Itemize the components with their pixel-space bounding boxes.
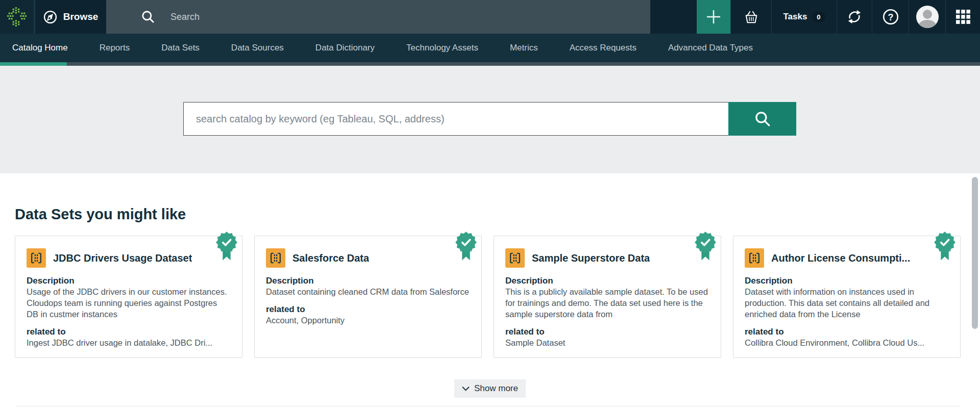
dataset-card-salesforce[interactable]: Salesforce Data Description Dataset cont…: [254, 236, 482, 358]
certified-badge-icon: [455, 231, 477, 263]
page-title: Data Sets you might like: [15, 206, 980, 223]
related-to-value: Sample Dataset: [505, 337, 709, 348]
certified-badge-icon: [694, 231, 717, 263]
help-button[interactable]: ?: [872, 0, 909, 34]
chevron-down-icon: [462, 386, 470, 391]
data-set-icon: [27, 248, 46, 268]
data-set-icon: [266, 248, 285, 268]
catalog-search-input[interactable]: [183, 102, 728, 136]
related-to-label: related to: [745, 327, 949, 337]
tasks-count-badge: 0: [812, 12, 825, 22]
browse-button[interactable]: Browse: [35, 0, 106, 34]
certified-badge-icon: [934, 231, 956, 263]
related-to-value: Collibra Cloud Environment, Collibra Clo…: [745, 337, 949, 348]
catalog-search-hero: [0, 66, 980, 173]
description-text: Dataset containing cleaned CRM data from…: [266, 286, 470, 297]
description-label: Description: [505, 276, 709, 286]
catalog-nav: Catalog Home Reports Data Sets Data Sour…: [0, 34, 980, 62]
related-to-label: related to: [505, 327, 709, 337]
description-text: Dataset with information on instances us…: [745, 286, 949, 320]
search-icon: [141, 10, 155, 24]
tab-advanced-data-types[interactable]: Advanced Data Types: [668, 43, 753, 53]
tab-data-sets[interactable]: Data Sets: [161, 43, 200, 53]
description-label: Description: [27, 276, 231, 286]
basket-icon: [744, 10, 759, 24]
certified-badge-icon: [215, 231, 238, 263]
dataset-card-superstore[interactable]: Sample Superstore Data Description This …: [494, 236, 721, 358]
tab-metrics[interactable]: Metrics: [510, 43, 538, 53]
plus-icon: [705, 8, 722, 25]
description-text: This is a publicly available sample data…: [505, 286, 709, 320]
data-set-icon: [745, 248, 764, 268]
card-title[interactable]: Sample Superstore Data: [532, 252, 650, 264]
dataset-card-jdbc[interactable]: JDBC Drivers Usage Dataset Description U…: [15, 236, 242, 358]
related-to-value: Ingest JDBC driver usage in datalake, JD…: [27, 337, 231, 348]
topbar-spacer: [650, 0, 697, 34]
nav-bottom-strip: [0, 62, 980, 66]
related-to-label: related to: [27, 327, 231, 337]
data-basket-button[interactable]: [730, 0, 771, 34]
tasks-button[interactable]: Tasks 0: [771, 0, 837, 34]
active-tab-underline: [0, 62, 67, 66]
add-button[interactable]: [697, 0, 730, 34]
dataset-card-author-license[interactable]: Author License Consumpti... Description …: [733, 236, 961, 358]
compass-icon: [43, 10, 57, 24]
catalog-search-button[interactable]: [728, 102, 796, 136]
tasks-label: Tasks: [783, 12, 807, 22]
global-search-input[interactable]: [170, 12, 477, 22]
tab-catalog-home[interactable]: Catalog Home: [12, 43, 68, 53]
description-label: Description: [745, 276, 949, 286]
user-menu-button[interactable]: [909, 0, 945, 34]
search-icon: [754, 110, 771, 127]
sync-icon: [846, 9, 863, 25]
tab-data-sources[interactable]: Data Sources: [231, 43, 284, 53]
tab-technology-assets[interactable]: Technology Assets: [406, 43, 478, 53]
section-divider: [15, 406, 961, 406]
help-icon: ?: [881, 8, 900, 26]
vertical-scrollbar[interactable]: [972, 177, 978, 329]
global-search-bar[interactable]: [106, 0, 650, 34]
description-label: Description: [266, 276, 470, 286]
dataset-cards-row: JDBC Drivers Usage Dataset Description U…: [15, 236, 965, 358]
app-switcher-button[interactable]: [945, 0, 980, 34]
collibra-logo-icon: [6, 6, 28, 28]
grid-icon: [955, 9, 971, 25]
related-to-value: Account, Opportunity: [266, 315, 470, 326]
collibra-logo[interactable]: [0, 0, 35, 34]
tab-reports[interactable]: Reports: [100, 43, 130, 53]
show-more-button[interactable]: Show more: [454, 379, 526, 398]
card-title[interactable]: JDBC Drivers Usage Dataset: [53, 252, 192, 264]
tab-data-dictionary[interactable]: Data Dictionary: [315, 43, 375, 53]
card-title[interactable]: Author License Consumpti...: [771, 252, 910, 264]
svg-text:?: ?: [888, 12, 893, 22]
description-text: Usage of the JDBC drivers in our custome…: [27, 286, 231, 320]
top-bar: Browse Tasks 0: [0, 0, 980, 34]
card-title[interactable]: Salesforce Data: [292, 252, 369, 264]
tab-access-requests[interactable]: Access Requests: [570, 43, 636, 53]
avatar: [916, 6, 939, 28]
browse-label: Browse: [63, 11, 99, 22]
related-to-label: related to: [266, 304, 470, 315]
show-more-label: Show more: [474, 383, 518, 394]
data-set-icon: [505, 248, 525, 268]
sync-button[interactable]: [837, 0, 872, 34]
